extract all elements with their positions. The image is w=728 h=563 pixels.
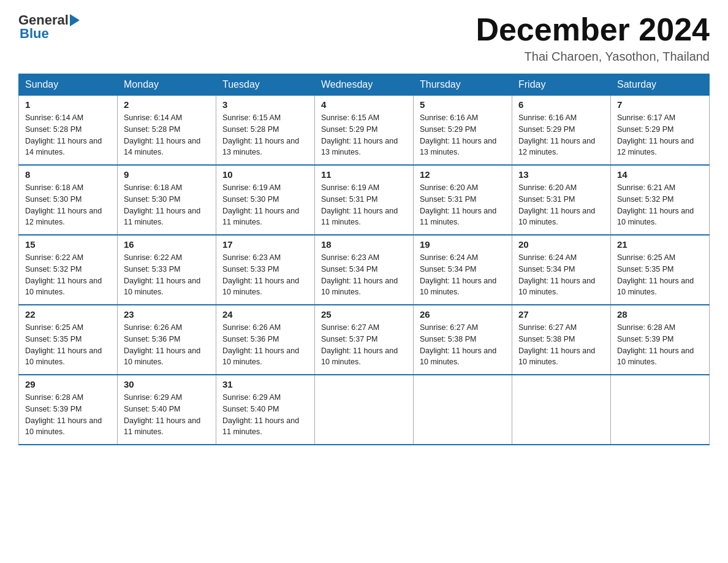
day-number: 3 <box>222 99 308 110</box>
calendar-cell: 6 Sunrise: 6:16 AMSunset: 5:29 PMDayligh… <box>512 96 611 166</box>
calendar-cell: 8 Sunrise: 6:18 AMSunset: 5:30 PMDayligh… <box>19 165 118 235</box>
day-number: 23 <box>124 309 210 320</box>
day-info: Sunrise: 6:29 AMSunset: 5:40 PMDaylight:… <box>124 393 200 436</box>
calendar-cell: 14 Sunrise: 6:21 AMSunset: 5:32 PMDaylig… <box>611 165 710 235</box>
day-number: 20 <box>518 239 604 250</box>
calendar-cell <box>315 375 414 445</box>
day-info: Sunrise: 6:21 AMSunset: 5:32 PMDaylight:… <box>617 183 694 226</box>
calendar-cell: 22 Sunrise: 6:25 AMSunset: 5:35 PMDaylig… <box>19 305 118 375</box>
column-header-monday: Monday <box>118 74 216 96</box>
day-info: Sunrise: 6:25 AMSunset: 5:35 PMDaylight:… <box>617 253 694 296</box>
day-number: 26 <box>420 309 506 320</box>
day-number: 14 <box>617 169 703 180</box>
calendar-cell: 5 Sunrise: 6:16 AMSunset: 5:29 PMDayligh… <box>414 96 512 166</box>
day-info: Sunrise: 6:23 AMSunset: 5:34 PMDaylight:… <box>321 253 398 296</box>
day-number: 15 <box>25 239 111 250</box>
calendar-week-row: 8 Sunrise: 6:18 AMSunset: 5:30 PMDayligh… <box>19 165 710 235</box>
day-info: Sunrise: 6:24 AMSunset: 5:34 PMDaylight:… <box>518 253 595 296</box>
calendar-cell: 29 Sunrise: 6:28 AMSunset: 5:39 PMDaylig… <box>19 375 118 445</box>
day-info: Sunrise: 6:15 AMSunset: 5:28 PMDaylight:… <box>222 113 299 156</box>
location-subtitle: Thai Charoen, Yasothon, Thailand <box>476 50 710 64</box>
day-number: 8 <box>25 169 111 180</box>
day-info: Sunrise: 6:26 AMSunset: 5:36 PMDaylight:… <box>222 323 299 366</box>
day-info: Sunrise: 6:17 AMSunset: 5:29 PMDaylight:… <box>617 113 694 156</box>
calendar-week-row: 29 Sunrise: 6:28 AMSunset: 5:39 PMDaylig… <box>19 375 710 445</box>
calendar-cell: 31 Sunrise: 6:29 AMSunset: 5:40 PMDaylig… <box>216 375 315 445</box>
day-number: 1 <box>25 99 111 110</box>
day-info: Sunrise: 6:20 AMSunset: 5:31 PMDaylight:… <box>518 183 595 226</box>
day-info: Sunrise: 6:28 AMSunset: 5:39 PMDaylight:… <box>617 323 694 366</box>
calendar-cell <box>611 375 710 445</box>
day-info: Sunrise: 6:15 AMSunset: 5:29 PMDaylight:… <box>321 113 398 156</box>
calendar-cell <box>512 375 611 445</box>
day-number: 2 <box>124 99 210 110</box>
day-number: 24 <box>222 309 308 320</box>
calendar-cell: 9 Sunrise: 6:18 AMSunset: 5:30 PMDayligh… <box>118 165 216 235</box>
day-number: 30 <box>124 379 210 389</box>
calendar-cell: 2 Sunrise: 6:14 AMSunset: 5:28 PMDayligh… <box>118 96 216 166</box>
calendar-cell: 16 Sunrise: 6:22 AMSunset: 5:33 PMDaylig… <box>118 235 216 305</box>
calendar-cell: 10 Sunrise: 6:19 AMSunset: 5:30 PMDaylig… <box>216 165 315 235</box>
calendar-cell: 17 Sunrise: 6:23 AMSunset: 5:33 PMDaylig… <box>216 235 315 305</box>
day-number: 9 <box>124 169 210 180</box>
calendar-cell: 30 Sunrise: 6:29 AMSunset: 5:40 PMDaylig… <box>118 375 216 445</box>
day-info: Sunrise: 6:18 AMSunset: 5:30 PMDaylight:… <box>124 183 200 226</box>
calendar-cell: 1 Sunrise: 6:14 AMSunset: 5:28 PMDayligh… <box>19 96 118 166</box>
calendar-week-row: 22 Sunrise: 6:25 AMSunset: 5:35 PMDaylig… <box>19 305 710 375</box>
day-info: Sunrise: 6:16 AMSunset: 5:29 PMDaylight:… <box>420 113 496 156</box>
calendar-cell: 25 Sunrise: 6:27 AMSunset: 5:37 PMDaylig… <box>315 305 414 375</box>
calendar-cell: 13 Sunrise: 6:20 AMSunset: 5:31 PMDaylig… <box>512 165 611 235</box>
calendar-cell: 4 Sunrise: 6:15 AMSunset: 5:29 PMDayligh… <box>315 96 414 166</box>
day-number: 11 <box>321 169 407 180</box>
column-header-wednesday: Wednesday <box>315 74 414 96</box>
day-number: 29 <box>25 379 111 389</box>
calendar-cell: 27 Sunrise: 6:27 AMSunset: 5:38 PMDaylig… <box>512 305 611 375</box>
day-info: Sunrise: 6:19 AMSunset: 5:30 PMDaylight:… <box>222 183 299 226</box>
column-header-tuesday: Tuesday <box>216 74 315 96</box>
day-number: 25 <box>321 309 407 320</box>
title-section: December 2024 Thai Charoen, Yasothon, Th… <box>476 12 710 64</box>
day-info: Sunrise: 6:22 AMSunset: 5:32 PMDaylight:… <box>25 253 102 296</box>
calendar-cell: 3 Sunrise: 6:15 AMSunset: 5:28 PMDayligh… <box>216 96 315 166</box>
day-number: 16 <box>124 239 210 250</box>
calendar-cell <box>414 375 512 445</box>
day-info: Sunrise: 6:27 AMSunset: 5:37 PMDaylight:… <box>321 323 398 366</box>
page-header: General Blue December 2024 Thai Charoen,… <box>18 12 710 64</box>
day-number: 17 <box>222 239 308 250</box>
calendar-cell: 19 Sunrise: 6:24 AMSunset: 5:34 PMDaylig… <box>414 235 512 305</box>
day-number: 5 <box>420 99 506 110</box>
day-number: 18 <box>321 239 407 250</box>
calendar-cell: 26 Sunrise: 6:27 AMSunset: 5:38 PMDaylig… <box>414 305 512 375</box>
day-info: Sunrise: 6:29 AMSunset: 5:40 PMDaylight:… <box>222 393 299 436</box>
day-info: Sunrise: 6:28 AMSunset: 5:39 PMDaylight:… <box>25 393 102 436</box>
day-number: 19 <box>420 239 506 250</box>
calendar-cell: 24 Sunrise: 6:26 AMSunset: 5:36 PMDaylig… <box>216 305 315 375</box>
calendar-cell: 21 Sunrise: 6:25 AMSunset: 5:35 PMDaylig… <box>611 235 710 305</box>
calendar-cell: 7 Sunrise: 6:17 AMSunset: 5:29 PMDayligh… <box>611 96 710 166</box>
day-number: 6 <box>518 99 604 110</box>
column-header-sunday: Sunday <box>19 74 118 96</box>
calendar-cell: 23 Sunrise: 6:26 AMSunset: 5:36 PMDaylig… <box>118 305 216 375</box>
day-info: Sunrise: 6:14 AMSunset: 5:28 PMDaylight:… <box>124 113 200 156</box>
day-number: 13 <box>518 169 604 180</box>
day-number: 10 <box>222 169 308 180</box>
column-header-saturday: Saturday <box>611 74 710 96</box>
day-number: 31 <box>222 379 308 389</box>
day-info: Sunrise: 6:27 AMSunset: 5:38 PMDaylight:… <box>518 323 595 366</box>
calendar-cell: 11 Sunrise: 6:19 AMSunset: 5:31 PMDaylig… <box>315 165 414 235</box>
day-number: 4 <box>321 99 407 110</box>
day-info: Sunrise: 6:16 AMSunset: 5:29 PMDaylight:… <box>518 113 595 156</box>
day-number: 27 <box>518 309 604 320</box>
month-year-title: December 2024 <box>476 12 710 47</box>
day-info: Sunrise: 6:20 AMSunset: 5:31 PMDaylight:… <box>420 183 496 226</box>
calendar-cell: 12 Sunrise: 6:20 AMSunset: 5:31 PMDaylig… <box>414 165 512 235</box>
day-number: 22 <box>25 309 111 320</box>
day-number: 28 <box>617 309 703 320</box>
day-info: Sunrise: 6:26 AMSunset: 5:36 PMDaylight:… <box>124 323 200 366</box>
day-info: Sunrise: 6:22 AMSunset: 5:33 PMDaylight:… <box>124 253 200 296</box>
calendar-cell: 15 Sunrise: 6:22 AMSunset: 5:32 PMDaylig… <box>19 235 118 305</box>
day-info: Sunrise: 6:27 AMSunset: 5:38 PMDaylight:… <box>420 323 496 366</box>
day-info: Sunrise: 6:24 AMSunset: 5:34 PMDaylight:… <box>420 253 496 296</box>
calendar-header-row: SundayMondayTuesdayWednesdayThursdayFrid… <box>19 74 710 96</box>
calendar-cell: 18 Sunrise: 6:23 AMSunset: 5:34 PMDaylig… <box>315 235 414 305</box>
